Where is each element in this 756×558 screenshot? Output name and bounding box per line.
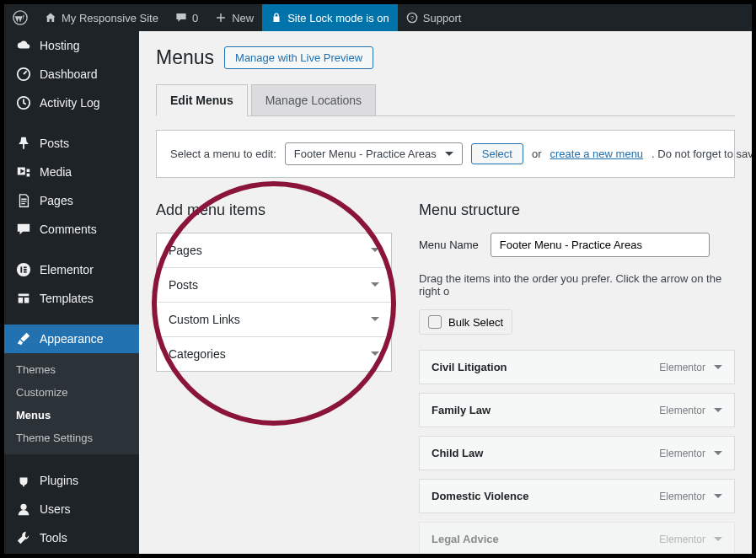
menu-item-title: Legal Advice [432,533,499,545]
menu-select-bar: Select a menu to edit: Footer Menu - Pra… [156,130,735,178]
menu-name-input[interactable] [491,233,710,257]
select-prompt: Select a menu to edit: [170,148,276,160]
create-menu-link[interactable]: create a new menu [550,148,644,160]
tabs: Edit Menus Manage Locations [156,84,735,116]
site-lock-link[interactable]: Site Lock mode is on [262,4,398,31]
menu-item-title: Civil Litigation [432,361,507,373]
support-label: Support [423,12,462,24]
sidebar-sub-customize[interactable]: Customize [4,381,139,404]
plus-icon [215,12,227,24]
menu-item-type: Elementor [659,491,705,502]
chevron-down-icon [714,408,722,416]
sidebar-item-label: Comments [40,223,97,236]
chevron-down-icon [371,282,379,291]
sidebar-item-elementor[interactable]: Elementor [4,255,139,284]
comment-icon [175,12,187,24]
select-button[interactable]: Select [471,143,523,164]
sidebar-sub-theme-settings[interactable]: Theme Settings [4,427,139,449]
chevron-down-icon [371,248,379,256]
sidebar-item-label: Dashboard [40,67,98,81]
menu-item[interactable]: Legal Advice Elementor [419,522,735,554]
sidebar-item-pages[interactable]: Pages [4,186,139,215]
wrench-icon [16,530,31,545]
sidebar-item-appearance[interactable]: Appearance [4,325,139,353]
accordion-label: Custom Links [169,313,240,326]
or-text: or [532,148,542,160]
live-preview-button[interactable]: Manage with Live Preview [224,46,373,69]
main-content: Menus Manage with Live Preview Edit Menu… [139,31,752,554]
menu-item-type: Elementor [659,405,705,416]
sidebar-item-label: Templates [40,292,94,305]
bulk-select-toggle[interactable]: Bulk Select [419,309,512,335]
user-icon [16,502,31,517]
svg-rect-7 [24,266,27,268]
home-icon [45,12,56,24]
plug-icon [16,473,31,488]
sidebar-item-posts[interactable]: Posts [4,129,139,158]
menu-item-title: Family Law [432,404,491,416]
accordion-categories[interactable]: Categories [157,337,391,371]
sidebar-sub-themes[interactable]: Themes [4,358,139,381]
menu-item[interactable]: Civil Litigation Elementor [419,350,735,384]
menu-item-type: Elementor [659,448,705,459]
menu-select-dropdown[interactable]: Footer Menu - Practice Areas [285,142,463,165]
menu-item[interactable]: Child Law Elementor [419,436,735,470]
clock-icon [16,95,31,110]
svg-rect-8 [24,269,27,271]
pages-icon [16,193,31,208]
chevron-down-icon [371,351,379,360]
comment-icon [16,222,31,237]
chevron-down-icon [714,365,722,373]
chevron-down-icon [371,317,379,325]
chevron-down-icon [714,451,722,459]
menu-name-label: Menu Name [419,239,479,251]
accordion-posts[interactable]: Posts [157,268,391,303]
bulk-select-label: Bulk Select [448,316,503,329]
sidebar-sub-menus[interactable]: Menus [4,404,139,427]
sidebar-item-media[interactable]: Media [4,158,139,186]
menu-item-type: Elementor [659,534,705,545]
new-label: New [232,12,254,24]
support-link[interactable]: ? Support [398,4,470,31]
admin-toolbar: My Responsive Site 0 New Site Lock mode … [4,4,752,31]
sidebar-item-label: Elementor [40,263,94,276]
site-link[interactable]: My Responsive Site [36,4,167,31]
sidebar-item-dashboard[interactable]: Dashboard [4,60,139,89]
sidebar-item-templates[interactable]: Templates [4,284,139,313]
sidebar-item-users[interactable]: Users [4,495,139,523]
menu-columns: Add menu items Pages Posts Custom Links … [156,201,735,554]
accordion-label: Posts [169,278,198,292]
wp-logo[interactable] [4,4,36,31]
accordion-custom-links[interactable]: Custom Links [157,303,391,337]
sidebar-item-plugins[interactable]: Plugins [4,466,139,495]
sidebar-item-label: Plugins [40,474,78,487]
wordpress-icon [13,10,28,25]
sidebar-item-hosting[interactable]: Hosting [4,31,139,60]
dashboard-icon [16,67,31,82]
menu-item[interactable]: Domestic Violence Elementor [419,479,735,513]
sidebar-item-tools[interactable]: Tools [4,523,139,552]
svg-rect-6 [20,266,22,272]
menu-item-type: Elementor [659,362,705,373]
templates-icon [16,291,31,306]
brush-icon [16,331,31,346]
sidebar-item-activity[interactable]: Activity Log [4,89,139,117]
menu-structure-title: Menu structure [419,201,735,219]
tab-manage-locations[interactable]: Manage Locations [251,84,376,115]
tab-edit-menus[interactable]: Edit Menus [156,84,248,116]
menu-item[interactable]: Family Law Elementor [419,393,735,427]
accordion-label: Categories [169,347,226,361]
site-lock-label: Site Lock mode is on [287,12,389,24]
comments-link[interactable]: 0 [167,4,206,31]
accordion-pages[interactable]: Pages [157,233,391,268]
sidebar-item-label: Media [40,165,72,179]
page-title-row: Menus Manage with Live Preview [156,46,735,69]
dropdown-value: Footer Menu - Practice Areas [294,148,437,160]
sidebar-item-comments[interactable]: Comments [4,215,139,244]
checkbox-icon [428,315,442,329]
svg-point-10 [20,504,26,510]
new-link[interactable]: New [206,4,262,31]
chevron-down-icon [714,494,722,502]
menu-structure-column: Menu structure Menu Name Drag the items … [419,201,735,554]
add-items-column: Add menu items Pages Posts Custom Links … [156,201,392,554]
